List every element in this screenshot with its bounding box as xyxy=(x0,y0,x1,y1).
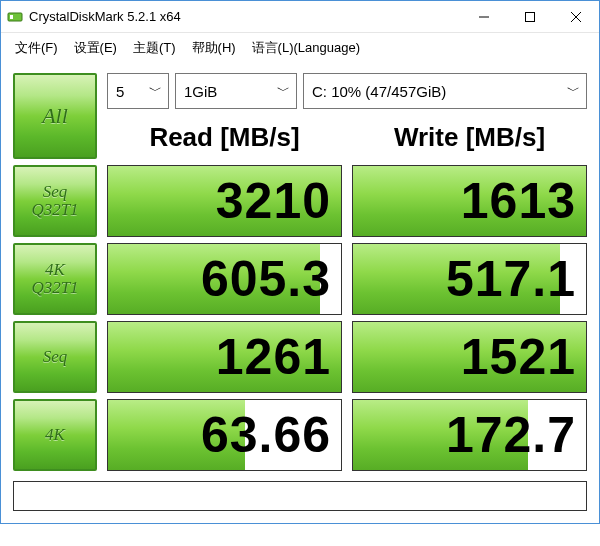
seq-read-value: 1261 xyxy=(216,328,331,386)
app-icon xyxy=(7,9,23,25)
test-size-value: 1GiB xyxy=(184,83,272,100)
benchmark-grid: All 5 ﹀ 1GiB ﹀ C: 10% (47/457GiB) ﹀ Read… xyxy=(13,73,587,471)
row-label: Seq xyxy=(43,348,68,366)
chevron-down-icon: ﹀ xyxy=(562,82,580,100)
row-label: Q32T1 xyxy=(31,201,78,219)
svg-rect-3 xyxy=(526,12,535,21)
4k-read-value: 63.66 xyxy=(201,406,331,464)
menu-language[interactable]: 语言(L)(Language) xyxy=(246,37,366,59)
4k-write-value: 172.7 xyxy=(446,406,576,464)
4k-q32t1-read-cell: 605.3 xyxy=(107,243,342,315)
seq-read-cell: 1261 xyxy=(107,321,342,393)
window-controls xyxy=(461,1,599,32)
4k-q32t1-write-value: 517.1 xyxy=(446,250,576,308)
run-4k-q32t1-button[interactable]: 4K Q32T1 xyxy=(13,243,97,315)
chevron-down-icon: ﹀ xyxy=(144,82,162,100)
menu-file[interactable]: 文件(F) xyxy=(9,37,64,59)
title-bar: CrystalDiskMark 5.2.1 x64 xyxy=(1,1,599,33)
row-label: Seq xyxy=(43,183,68,201)
chevron-down-icon: ﹀ xyxy=(272,82,290,100)
4k-read-cell: 63.66 xyxy=(107,399,342,471)
read-header: Read [MB/s] xyxy=(107,115,342,159)
row-label: 4K xyxy=(45,426,65,444)
seq-q32t1-read-cell: 3210 xyxy=(107,165,342,237)
4k-write-cell: 172.7 xyxy=(352,399,587,471)
menu-bar: 文件(F) 设置(E) 主题(T) 帮助(H) 语言(L)(Language) xyxy=(1,33,599,63)
row-label: 4K xyxy=(45,261,65,279)
write-header: Write [MB/s] xyxy=(352,115,587,159)
seq-write-cell: 1521 xyxy=(352,321,587,393)
drive-value: C: 10% (47/457GiB) xyxy=(312,83,562,100)
app-window: CrystalDiskMark 5.2.1 x64 文件(F) 设置(E) 主题… xyxy=(0,0,600,524)
runs-select[interactable]: 5 ﹀ xyxy=(107,73,169,109)
menu-settings[interactable]: 设置(E) xyxy=(68,37,123,59)
top-controls: 5 ﹀ 1GiB ﹀ C: 10% (47/457GiB) ﹀ xyxy=(107,73,587,109)
drive-select[interactable]: C: 10% (47/457GiB) ﹀ xyxy=(303,73,587,109)
run-all-label: All xyxy=(42,104,68,127)
row-label: Q32T1 xyxy=(31,279,78,297)
client-area: All 5 ﹀ 1GiB ﹀ C: 10% (47/457GiB) ﹀ Read… xyxy=(1,63,599,523)
svg-rect-1 xyxy=(10,15,13,19)
run-all-button[interactable]: All xyxy=(13,73,97,159)
run-4k-button[interactable]: 4K xyxy=(13,399,97,471)
window-title: CrystalDiskMark 5.2.1 x64 xyxy=(29,9,461,24)
maximize-button[interactable] xyxy=(507,1,553,32)
seq-q32t1-write-cell: 1613 xyxy=(352,165,587,237)
status-bar xyxy=(13,481,587,511)
4k-q32t1-write-cell: 517.1 xyxy=(352,243,587,315)
seq-write-value: 1521 xyxy=(461,328,576,386)
menu-theme[interactable]: 主题(T) xyxy=(127,37,182,59)
run-seq-button[interactable]: Seq xyxy=(13,321,97,393)
test-size-select[interactable]: 1GiB ﹀ xyxy=(175,73,297,109)
seq-q32t1-read-value: 3210 xyxy=(216,172,331,230)
4k-q32t1-read-value: 605.3 xyxy=(201,250,331,308)
close-button[interactable] xyxy=(553,1,599,32)
menu-help[interactable]: 帮助(H) xyxy=(186,37,242,59)
seq-q32t1-write-value: 1613 xyxy=(461,172,576,230)
run-seq-q32t1-button[interactable]: Seq Q32T1 xyxy=(13,165,97,237)
runs-value: 5 xyxy=(116,83,144,100)
minimize-button[interactable] xyxy=(461,1,507,32)
